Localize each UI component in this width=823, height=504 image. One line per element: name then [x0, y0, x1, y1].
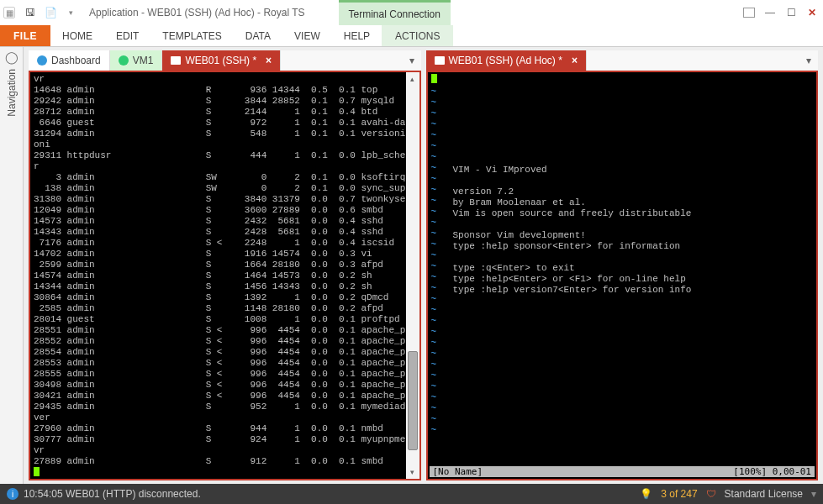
tab-vm1[interactable]: VM1	[110, 50, 163, 71]
nav-strip[interactable]: ◯ Navigation	[0, 47, 24, 484]
menu-view[interactable]: VIEW	[282, 25, 332, 46]
scrollbar[interactable]: ▴ ▾	[406, 72, 419, 479]
left-pane: Dashboard VM1 WEB01 (SSH) * × ▾ vr 14648…	[29, 50, 421, 480]
app-icon: ▦	[3, 7, 15, 18]
tab-label: WEB01 (SSH) (Ad Hoc) *	[449, 55, 562, 66]
tab-web01-ssh[interactable]: WEB01 (SSH) * ×	[162, 50, 281, 71]
app-title: Application - WEB01 (SSH) (Ad Hoc) - Roy…	[89, 7, 305, 18]
window-controls: — ☐ ✕	[765, 7, 816, 18]
layout-icon[interactable]	[743, 8, 755, 18]
maximize-button[interactable]: ☐	[787, 7, 796, 18]
terminal-icon	[171, 56, 181, 65]
tab-label: Dashboard	[51, 55, 101, 66]
bulb-icon[interactable]: 💡	[640, 488, 652, 500]
close-tab-icon[interactable]: ×	[572, 55, 578, 66]
titlebar: ▦ 🖫 📄 ▾ Application - WEB01 (SSH) (Ad Ho…	[0, 0, 823, 25]
dashboard-icon	[37, 55, 47, 66]
scroll-down-icon[interactable]: ▾	[406, 465, 419, 479]
terminal-right[interactable]: ~ ~ ~ ~ ~ ~ ~ ~ ~ ~ ~ ~ ~ ~ ~ ~ ~ ~ ~ ~ …	[426, 71, 819, 480]
tab-dropdown[interactable]: ▾	[403, 50, 421, 71]
body: ◯ Navigation Dashboard VM1 WEB01 (SSH) *…	[0, 47, 823, 484]
chevron-down-icon[interactable]: ▾	[811, 488, 816, 500]
tab-dropdown[interactable]: ▾	[799, 50, 818, 71]
right-tabbar: WEB01 (SSH) (Ad Hoc) * × ▾	[426, 50, 819, 71]
menu-actions[interactable]: ACTIONS	[382, 25, 453, 46]
tab-label: VM1	[133, 55, 154, 66]
dropdown-icon[interactable]: ▾	[62, 4, 79, 21]
count-label: 3 of 247	[661, 488, 697, 500]
terminal-icon	[435, 56, 445, 65]
right-pane: WEB01 (SSH) (Ad Hoc) * × ▾ ~ ~ ~ ~ ~ ~ ~…	[426, 50, 819, 480]
tab-dashboard[interactable]: Dashboard	[29, 50, 110, 71]
pin-icon[interactable]: ◯	[5, 50, 18, 64]
terminal-left[interactable]: vr 14648 admin R 936 14344 0.5 0.1 top 2…	[29, 71, 421, 480]
menu-edit[interactable]: EDIT	[104, 25, 150, 46]
context-tab-terminal[interactable]: Terminal Connection	[339, 0, 451, 25]
close-tab-icon[interactable]: ×	[266, 55, 272, 66]
panes: Dashboard VM1 WEB01 (SSH) * × ▾ vr 14648…	[24, 47, 823, 484]
menu-home[interactable]: HOME	[50, 25, 104, 46]
doc-icon[interactable]: 📄	[42, 4, 59, 21]
vm-icon	[119, 55, 129, 66]
menubar: FILE HOME EDIT TEMPLATES DATA VIEW HELP …	[0, 25, 823, 47]
tab-label: WEB01 (SSH) *	[185, 55, 256, 66]
license-label: Standard License	[725, 488, 803, 500]
scroll-up-icon[interactable]: ▴	[406, 72, 419, 86]
menu-file[interactable]: FILE	[0, 25, 50, 46]
menu-data[interactable]: DATA	[234, 25, 282, 46]
shield-icon: 🛡	[706, 488, 716, 500]
status-message: 10:54:05 WEB01 (HTTP) disconnected.	[24, 488, 201, 500]
close-button[interactable]: ✕	[808, 7, 816, 18]
statusbar: i 10:54:05 WEB01 (HTTP) disconnected. 💡 …	[0, 484, 823, 504]
left-tabbar: Dashboard VM1 WEB01 (SSH) * × ▾	[29, 50, 421, 71]
save-icon[interactable]: 🖫	[22, 4, 39, 21]
vim-status-right: [100%] 0,00-01	[733, 466, 811, 477]
info-icon: i	[7, 488, 18, 500]
nav-label: Navigation	[6, 69, 18, 117]
minimize-button[interactable]: —	[765, 7, 775, 18]
vim-status-left: [No Name]	[433, 466, 483, 477]
menu-templates[interactable]: TEMPLATES	[150, 25, 233, 46]
tab-web01-ssh-adhoc[interactable]: WEB01 (SSH) (Ad Hoc) * ×	[426, 50, 587, 71]
menu-help[interactable]: HELP	[332, 25, 382, 46]
scroll-thumb[interactable]	[408, 351, 418, 450]
